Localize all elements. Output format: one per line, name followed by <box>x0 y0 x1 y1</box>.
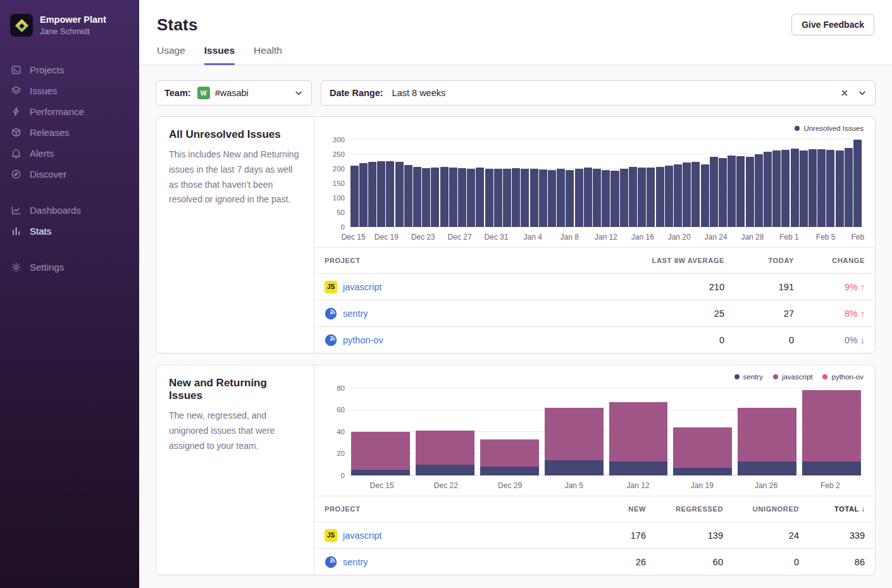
sidebar-item-dashboards[interactable]: Dashboards <box>0 200 139 221</box>
project-link[interactable]: javascript <box>343 530 381 541</box>
sidebar-item-alerts[interactable]: Alerts <box>0 143 139 164</box>
clear-icon[interactable] <box>840 89 849 97</box>
sidebar-item-discover[interactable]: Discover <box>0 164 139 185</box>
bar <box>808 149 817 227</box>
sidebar-section: Settings <box>0 257 139 278</box>
bar <box>476 168 484 227</box>
cell-today: 0 <box>724 335 794 345</box>
bar <box>826 150 834 227</box>
table-body: JSjavascript2101919% ↑sentry25278% ↑pyth… <box>314 273 875 353</box>
bar-segment-javascript <box>480 439 539 467</box>
dashboards-icon <box>11 205 22 216</box>
sidebar-item-releases[interactable]: Releases <box>0 122 139 143</box>
legend-dot-icon <box>734 374 740 379</box>
sidebar-nav: ProjectsIssuesPerformanceReleasesAlertsD… <box>0 44 139 278</box>
y-tick-label: 0 <box>323 223 345 231</box>
give-feedback-button[interactable]: Give Feedback <box>791 14 874 35</box>
new-returning-issues-card: New and Returning Issues The new, regres… <box>156 365 876 575</box>
bar-group <box>416 388 474 475</box>
table-row: JSjavascript2101919% ↑ <box>314 273 875 300</box>
bar-segment-sentry <box>802 462 861 475</box>
project-link[interactable]: python-ov <box>343 335 383 345</box>
discover-icon <box>11 169 22 180</box>
cell-avg: 210 <box>573 282 724 292</box>
legend-dot-icon <box>795 126 800 131</box>
card-title: New and Returning Issues <box>169 377 301 402</box>
table-body: JSjavascript17613924339sentry2660086 <box>314 522 875 575</box>
sidebar-item-label: Discover <box>30 169 66 180</box>
x-tick-label: Feb 5 <box>816 233 836 242</box>
chart-legend: Unresolved Issues <box>326 125 864 132</box>
unresolved-issues-card: All Unresolved Issues This includes New … <box>156 116 876 353</box>
x-tick-label: Dec 15 <box>350 481 414 496</box>
tab-health[interactable]: Health <box>254 45 282 65</box>
bar-group <box>738 388 796 475</box>
bar <box>566 170 574 227</box>
team-filter-label: Team: <box>164 88 191 98</box>
bar-segment-javascript <box>738 408 796 462</box>
bar <box>368 162 376 227</box>
settings-icon <box>11 262 22 273</box>
tab-issues[interactable]: Issues <box>204 45 235 65</box>
bar <box>422 168 430 227</box>
bar-segment-sentry <box>738 462 796 475</box>
card-description: This includes New and Returning issues i… <box>169 147 301 207</box>
table-header: PROJECTNEWREGRESSEDUNIGNOREDTOTAL↓ <box>314 496 875 522</box>
bar-series <box>350 140 862 227</box>
bar <box>610 171 619 227</box>
y-tick-label: 20 <box>323 450 345 458</box>
column-header-unignored: UNIGNORED <box>723 505 799 513</box>
bar <box>674 164 682 227</box>
team-filter[interactable]: Team: W #wasabi <box>156 80 312 106</box>
bar <box>521 169 529 227</box>
bar <box>440 167 449 227</box>
stacked-bar <box>738 388 796 475</box>
x-tick-label: Dec 15 <box>342 233 366 242</box>
x-tick-label: Dec 27 <box>448 233 472 242</box>
org-switcher[interactable]: Empower Plant Jane Schmidt <box>0 6 139 44</box>
project-link[interactable]: sentry <box>343 309 368 319</box>
stacked-bar <box>416 388 474 475</box>
sidebar-item-settings[interactable]: Settings <box>0 257 139 278</box>
bar <box>845 148 853 227</box>
cell-avg: 0 <box>573 335 724 345</box>
x-tick-label: Feb 1 <box>779 233 799 242</box>
new-returning-chart: sentryjavascriptpython-ov 020406080 Dec … <box>314 365 875 496</box>
cell-change: 9% ↑ <box>794 282 865 292</box>
alerts-icon <box>11 148 22 159</box>
sidebar-item-issues[interactable]: Issues <box>0 80 139 101</box>
project-link[interactable]: sentry <box>343 557 368 567</box>
cell-new: 26 <box>570 557 646 567</box>
sidebar-item-performance[interactable]: Performance <box>0 101 139 122</box>
bar-segment-javascript <box>351 432 410 470</box>
bar-segment-sentry <box>673 468 732 475</box>
cell-regressed: 60 <box>646 557 723 567</box>
bar <box>458 168 466 227</box>
bar <box>584 168 592 227</box>
org-user: Jane Schmidt <box>40 27 106 36</box>
date-range-filter[interactable]: Date Range: Last 8 weeks <box>321 80 876 106</box>
bar <box>404 165 412 227</box>
legend-item: sentry <box>734 373 763 381</box>
page-header: Stats Give Feedback UsageIssuesHealth <box>139 0 892 65</box>
card-description: The new, regressed, and unignored issues… <box>169 408 301 453</box>
team-filter-value: #wasabi <box>215 88 249 98</box>
date-range-value: Last 8 weeks <box>392 88 446 98</box>
stacked-bar <box>351 388 410 475</box>
column-header-today: TODAY <box>724 257 794 264</box>
bar <box>350 166 359 227</box>
bar <box>781 150 790 227</box>
legend-dot-icon <box>773 374 778 379</box>
org-name: Empower Plant <box>40 15 106 25</box>
unresolved-issues-chart: Unresolved Issues 050100150200250300 Dec… <box>314 117 875 247</box>
performance-icon <box>11 106 22 117</box>
cell-change: 0% ↓ <box>794 335 865 345</box>
y-tick-label: 80 <box>323 384 345 392</box>
bar <box>539 169 547 227</box>
sidebar-item-label: Projects <box>30 64 64 75</box>
project-link[interactable]: javascript <box>343 282 381 292</box>
sidebar-item-stats[interactable]: Stats <box>0 221 139 242</box>
tab-usage[interactable]: Usage <box>157 45 185 65</box>
sidebar-item-projects[interactable]: Projects <box>0 59 139 80</box>
column-header-total[interactable]: TOTAL↓ <box>799 505 865 513</box>
